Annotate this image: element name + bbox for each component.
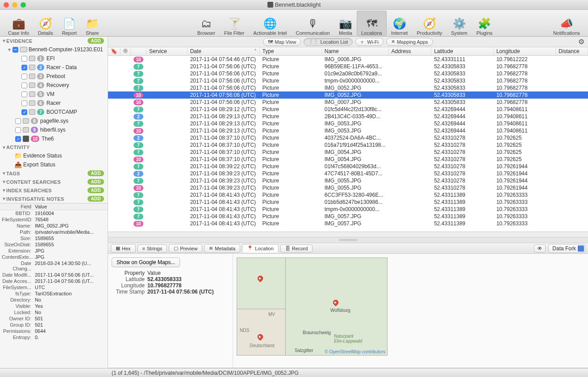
col-badge[interactable] (131, 47, 146, 56)
section-header[interactable]: ▼INDEX SEARCHESAdd (0, 186, 108, 195)
checkbox-icon[interactable] (21, 56, 27, 62)
table-row[interactable]: 72017-11-04 07:56:06 (UTC)Picturetmpm-0x… (108, 77, 588, 84)
data-fork-select[interactable]: Data Fork (548, 244, 585, 253)
osm-attribution[interactable]: © OpenStreetMap contributors (325, 349, 385, 354)
checkbox-icon[interactable] (15, 136, 21, 142)
checkbox-icon[interactable] (21, 83, 27, 88)
preview-tab[interactable]: ▢Preview (169, 244, 202, 253)
table-row[interactable]: 72017-11-04 08:41:43 (UTC)Picturetmpm-0x… (108, 206, 588, 213)
country-map[interactable]: NDS MV Deutschland (237, 309, 286, 356)
volume-item[interactable]: 7BOOTCAMP (0, 108, 108, 116)
evidence-header[interactable]: ▼ EVIDENCE Add (0, 37, 108, 45)
toolbar-media[interactable]: 📷Media (334, 11, 357, 36)
add-button[interactable]: Add (88, 187, 104, 193)
table-row[interactable]: 72017-11-04 08:29:13 (UTC)PictureIMG_005… (108, 120, 588, 127)
checkbox-icon[interactable] (21, 109, 27, 115)
checkbox-icon[interactable] (15, 118, 21, 124)
visibility-toggle[interactable]: 👁 (534, 244, 546, 253)
volume-item[interactable]: 4Recovery (0, 81, 108, 90)
toolbar-notifications[interactable]: 📣Notifications (549, 11, 584, 36)
checkbox-icon[interactable] (21, 91, 27, 97)
record-tab[interactable]: 🗄Record (280, 244, 313, 253)
settings-icon[interactable]: ⚙ (578, 37, 584, 46)
col-status[interactable] (121, 47, 131, 56)
toolbar-actionable-intel[interactable]: 🌐Actionable Intel (249, 11, 291, 36)
section-header[interactable]: ▼CONTENT SEARCHESAdd (0, 178, 108, 186)
toolbar-communication[interactable]: 🎙Communication (292, 11, 334, 36)
col-latitude[interactable]: Latitude (431, 47, 493, 56)
disclosure-triangle-icon[interactable]: ▼ (2, 38, 6, 43)
metadata-tab[interactable]: ≋Metadata (204, 244, 240, 253)
show-on-google-maps-button[interactable]: Show on Google Maps... (112, 257, 180, 267)
table-row[interactable]: 72017-11-04 08:37:10 (UTC)PictureIMG_005… (108, 149, 588, 156)
volume-item[interactable]: 3Preboot (0, 72, 108, 81)
disclosure-triangle-icon[interactable]: ▼ (2, 196, 6, 201)
col-service[interactable]: Service (146, 47, 188, 56)
checkbox-icon[interactable] (21, 65, 27, 70)
disclosure-triangle-icon[interactable]: ▼ (7, 47, 13, 52)
col-longitude[interactable]: Longitude (493, 47, 555, 56)
disclosure-triangle-icon[interactable]: ▼ (2, 171, 6, 176)
volume-item[interactable]: 6Racer (0, 99, 108, 108)
add-button[interactable]: Add (88, 179, 104, 185)
mapping-apps-tab[interactable]: ✕Mapping Apps (386, 38, 433, 46)
evidence-file-item[interactable]: 8pagefile.sys (0, 116, 108, 125)
table-row[interactable]: 72017-11-04 08:37:10 (UTC)Picture016a71f… (108, 141, 588, 149)
col-address[interactable]: Address (388, 47, 431, 56)
toolbar-locations[interactable]: 🗺Locations (357, 11, 387, 36)
table-row[interactable]: 72017-11-04 07:56:06 (UTC)PictureIMG_005… (108, 84, 588, 91)
toolbar-case-info[interactable]: 💼Case Info (4, 11, 33, 36)
region-map[interactable]: Wolfsburg Braunschweig Naturpark Elm-Lap… (286, 257, 388, 356)
col-distance[interactable]: Distance (556, 47, 588, 56)
overview-map[interactable] (237, 257, 286, 309)
table-row[interactable]: 102017-11-04 07:56:06 (UTC)PictureIMG_00… (108, 91, 588, 99)
add-button[interactable]: Add (88, 170, 104, 176)
toolbar-browser[interactable]: 🗂Browser (193, 11, 220, 36)
table-row[interactable]: 72017-11-04 08:39:22 (UTC)Picture01f47c5… (108, 163, 588, 170)
table-row[interactable]: 102017-11-04 08:39:23 (UTC)PictureIMG_00… (108, 184, 588, 191)
table-row[interactable]: 102017-11-04 07:54:46 (UTC)PictureIMG_00… (108, 56, 588, 63)
toolbar-internet[interactable]: 🌍Internet (387, 11, 412, 36)
checkbox-icon[interactable] (21, 100, 27, 106)
table-row[interactable]: 72017-11-04 08:41:43 (UTC)PictureIMG_005… (108, 213, 588, 220)
toolbar-file-filter[interactable]: 🍸File Filter (220, 11, 249, 36)
checkbox-mixed-icon[interactable]: − (13, 47, 18, 53)
device-the6[interactable]: 10 The6 (0, 134, 108, 143)
col-tag[interactable]: 🔖 (108, 47, 121, 56)
checkbox-icon[interactable] (21, 74, 27, 79)
table-row[interactable]: 22017-11-04 08:37:10 (UTC)Picture4037252… (108, 134, 588, 141)
disclosure-triangle-icon[interactable]: ▼ (2, 188, 6, 193)
add-button[interactable]: Add (88, 196, 104, 202)
toolbar-report[interactable]: 📄Report (58, 11, 81, 36)
disclosure-triangle-icon[interactable]: ▼ (2, 145, 6, 150)
activity-item[interactable]: 📤Export Status (0, 160, 108, 169)
table-row[interactable]: 72017-11-04 07:56:06 (UTC)Picture96B59E8… (108, 63, 588, 70)
table-row[interactable]: 22017-11-04 08:39:23 (UTC)Picture47C7451… (108, 170, 588, 177)
strings-tab[interactable]: ≡Strings (138, 244, 167, 253)
toolbar-plugins[interactable]: 🧩Plugins (472, 11, 497, 36)
pane-splitter[interactable] (108, 237, 588, 243)
horizontal-scrollbar[interactable] (108, 232, 588, 237)
location-list-tab[interactable]: ⋮⋮Location List (304, 38, 353, 46)
table-row[interactable]: 72017-11-04 08:41:43 (UTC)Picture6CC3FF5… (108, 191, 588, 199)
volume-item[interactable]: 1EFI (0, 54, 108, 63)
location-tab[interactable]: 📍Location (242, 244, 279, 253)
hex-tab[interactable]: ▦Hex (111, 244, 136, 253)
volume-item[interactable]: 2Racer - Data (0, 63, 108, 72)
col-type[interactable]: Type (259, 47, 321, 56)
table-row[interactable]: 102017-11-04 08:41:43 (UTC)PictureIMG_00… (108, 220, 588, 227)
table-row[interactable]: 72017-11-04 08:41:43 (UTC)Picture01bb5d6… (108, 199, 588, 206)
table-row[interactable]: 102017-11-04 08:29:13 (UTC)PictureIMG_00… (108, 127, 588, 134)
col-name[interactable]: Name (321, 47, 388, 56)
toolbar-share[interactable]: 📁Share (81, 11, 104, 36)
disclosure-triangle-icon[interactable]: ▼ (2, 179, 6, 184)
table-row[interactable]: 72017-11-04 08:39:23 (UTC)PictureIMG_005… (108, 177, 588, 184)
records-table-wrap[interactable]: 🔖 Service Date˄ Type Name Address Latitu… (108, 47, 588, 232)
activity-item[interactable]: 📁Evidence Status (0, 151, 108, 160)
toolbar-productivity[interactable]: 🧭Productivity (412, 11, 446, 36)
wifi-tab[interactable]: ᯤWi-Fi (355, 38, 384, 46)
toolbar-system[interactable]: ⚙️System (446, 11, 472, 36)
table-row[interactable]: 72017-11-04 08:29:12 (UTC)Picture01fc5d4… (108, 106, 588, 113)
map-view-tab[interactable]: 🗺Map View (263, 38, 301, 46)
col-date[interactable]: Date˄ (187, 47, 259, 56)
